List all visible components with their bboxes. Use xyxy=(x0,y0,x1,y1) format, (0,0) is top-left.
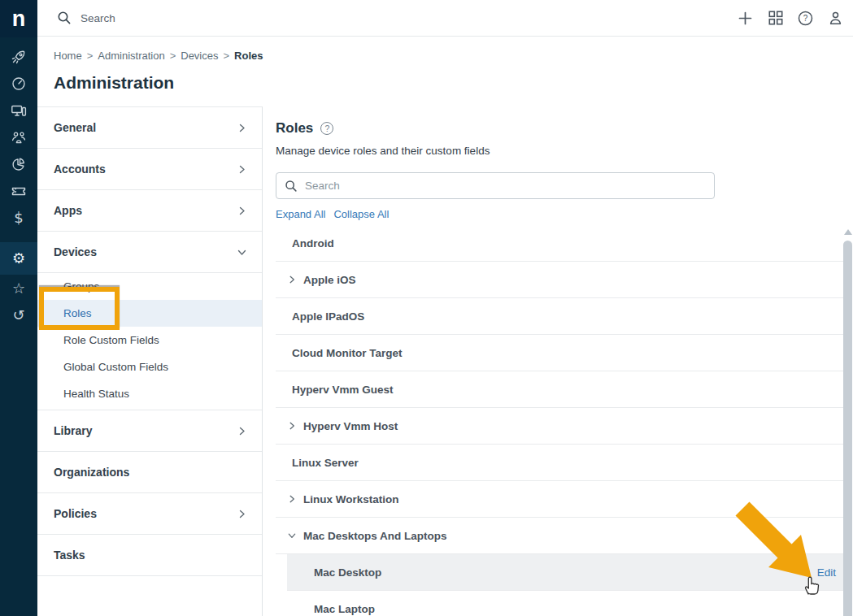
ticketing-icon[interactable] xyxy=(0,177,37,204)
role-row-linux-server[interactable]: Linux Server xyxy=(276,445,843,481)
nav-item-label: Policies xyxy=(54,507,97,520)
role-label: Android xyxy=(292,237,334,249)
top-bar: ? xyxy=(37,0,853,37)
role-row-hyperv-vmm-host[interactable]: Hyperv Vmm Host xyxy=(276,408,843,445)
nav-item-label: Organizations xyxy=(54,466,129,479)
role-row-android[interactable]: Android xyxy=(276,225,843,262)
role-label: Linux Workstation xyxy=(303,493,399,505)
role-row-linux-workstation[interactable]: Linux Workstation xyxy=(276,481,843,518)
breadcrumb: Home > Administration > Devices > Roles xyxy=(54,50,263,62)
ninjaone-admin-app: n xyxy=(0,0,853,616)
nav-item-devices[interactable]: Devices xyxy=(37,232,262,273)
breadcrumb-devices[interactable]: Devices xyxy=(181,50,218,62)
panel-title: Roles xyxy=(276,120,313,137)
chevron-right-icon xyxy=(237,206,247,216)
roles-search-input[interactable] xyxy=(305,180,706,192)
role-row-apple-ios[interactable]: Apple iOS xyxy=(276,262,843,298)
nav-item-accounts[interactable]: Accounts xyxy=(37,149,262,190)
nav-item-label: Tasks xyxy=(54,549,85,562)
collapse-all-link[interactable]: Collapse All xyxy=(333,208,389,220)
chevron-right-icon[interactable] xyxy=(287,494,297,504)
history-icon[interactable]: ↺ xyxy=(0,301,37,328)
nav-item-apps[interactable]: Apps xyxy=(37,190,262,232)
breadcrumb-separator: > xyxy=(224,50,230,62)
scrollbar-thumb[interactable] xyxy=(843,241,852,616)
nav-item-library[interactable]: Library xyxy=(37,410,262,452)
nav-item-label: Library xyxy=(54,424,92,437)
panel-subtitle: Manage device roles and their custom fie… xyxy=(276,145,853,157)
reporting-icon[interactable] xyxy=(0,150,37,177)
chevron-right-icon[interactable] xyxy=(287,275,297,284)
chevron-down-icon xyxy=(237,247,247,258)
nav-item-general[interactable]: General xyxy=(37,107,262,149)
role-label: Mac Laptop xyxy=(314,603,375,615)
user-icon[interactable] xyxy=(828,11,843,26)
chevron-right-icon xyxy=(237,426,247,436)
role-row-hyperv-vmm-guest[interactable]: Hyperv Vmm Guest xyxy=(276,371,843,408)
favorites-star-icon[interactable]: ☆ xyxy=(0,275,37,301)
breadcrumb-separator: > xyxy=(87,50,94,62)
role-row-mac-laptop[interactable]: Mac Laptop xyxy=(276,591,843,616)
chevron-right-icon xyxy=(237,164,247,175)
breadcrumb-roles: Roles xyxy=(234,50,263,62)
search-icon xyxy=(285,180,298,193)
devices-submenu: Groups Roles Role Custom Fields Global C… xyxy=(37,273,262,410)
admin-layout: General Accounts Apps Devices xyxy=(37,106,853,616)
scrollbar-up-arrow[interactable] xyxy=(844,229,852,235)
breadcrumb-home[interactable]: Home xyxy=(54,50,82,62)
list-scrollbar xyxy=(843,229,852,616)
administration-gear-icon[interactable]: ⚙ xyxy=(0,242,37,275)
help-icon[interactable]: ? xyxy=(798,11,813,26)
nav-item-organizations[interactable]: Organizations xyxy=(37,452,262,493)
chevron-down-icon[interactable] xyxy=(287,531,297,540)
roles-help-icon[interactable]: ? xyxy=(320,122,333,135)
role-label: Apple IPadOS xyxy=(292,310,364,323)
role-row-cloud-monitor-target[interactable]: Cloud Monitor Target xyxy=(276,335,843,371)
chevron-right-icon xyxy=(237,123,247,133)
role-label: Hyperv Vmm Guest xyxy=(292,384,394,396)
breadcrumb-administration[interactable]: Administration xyxy=(98,50,164,62)
role-label: Hyperv Vmm Host xyxy=(303,420,398,432)
breadcrumb-separator: > xyxy=(170,50,176,62)
role-row-mac-desktops-and-laptops[interactable]: Mac Desktops And Laptops xyxy=(276,518,843,554)
apps-grid-icon[interactable] xyxy=(768,11,783,26)
nav-subitem-global-custom-fields[interactable]: Global Custom Fields xyxy=(37,354,262,380)
role-label: Apple iOS xyxy=(303,274,356,286)
role-row-mac-desktop[interactable]: Mac Desktop Edit xyxy=(287,554,843,591)
roles-list: Android Apple iOS Apple IPadOS Cloud Mon… xyxy=(276,225,843,616)
nav-subitem-role-custom-fields[interactable]: Role Custom Fields xyxy=(37,327,262,354)
role-label: Mac Desktop xyxy=(314,566,381,579)
roles-panel: Roles ? Manage device roles and their cu… xyxy=(263,106,853,616)
nav-subitem-health-status[interactable]: Health Status xyxy=(37,380,262,407)
role-label: Linux Server xyxy=(292,457,359,469)
admin-nav: General Accounts Apps Devices xyxy=(37,106,263,616)
role-label: Cloud Monitor Target xyxy=(292,347,402,359)
nav-item-label: Apps xyxy=(54,204,82,217)
plus-icon[interactable] xyxy=(738,11,753,26)
role-row-apple-ipados[interactable]: Apple IPadOS xyxy=(276,298,843,335)
global-search-input[interactable] xyxy=(81,12,324,24)
expand-all-link[interactable]: Expand All xyxy=(276,208,325,220)
rocket-icon[interactable] xyxy=(0,43,37,70)
role-label: Mac Desktops And Laptops xyxy=(303,530,447,542)
dashboard-icon[interactable] xyxy=(0,70,37,97)
nav-subitem-groups[interactable]: Groups xyxy=(37,273,262,300)
search-icon xyxy=(57,11,72,25)
nav-item-label: General xyxy=(54,121,96,134)
nav-subitem-roles[interactable]: Roles xyxy=(37,300,262,327)
nav-item-label: Devices xyxy=(54,245,97,258)
chevron-right-icon[interactable] xyxy=(287,421,297,431)
nav-item-label: Accounts xyxy=(54,163,106,176)
nav-item-policies[interactable]: Policies xyxy=(37,493,262,535)
page-title: Administration xyxy=(54,73,174,93)
chevron-right-icon xyxy=(237,509,247,519)
roles-search-box xyxy=(276,172,715,199)
nav-item-tasks[interactable]: Tasks xyxy=(37,535,262,576)
billing-icon[interactable]: $ xyxy=(0,204,37,231)
end-users-icon[interactable] xyxy=(0,124,37,150)
ninjaone-logo[interactable]: n xyxy=(0,0,37,37)
devices-icon[interactable] xyxy=(0,97,37,124)
svg-text:?: ? xyxy=(803,14,808,23)
edit-link[interactable]: Edit xyxy=(817,566,843,579)
app-rail: n xyxy=(0,0,37,616)
